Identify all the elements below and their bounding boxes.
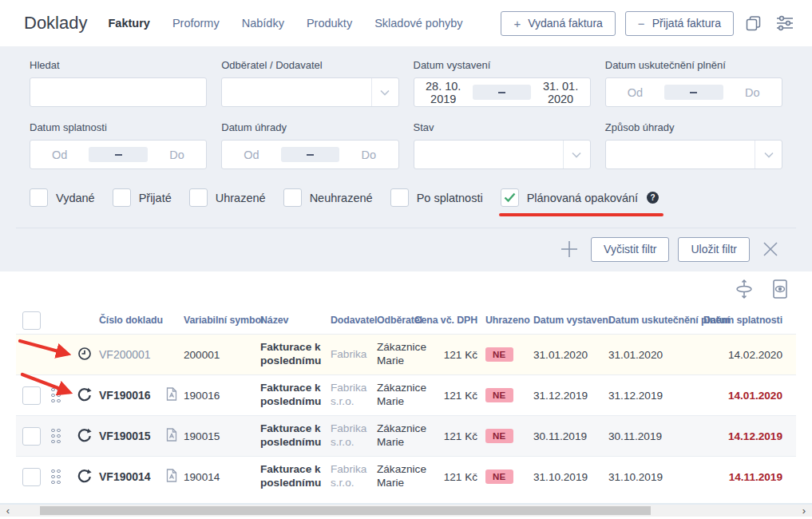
status-label: Stav <box>414 121 591 134</box>
row-menu-icon[interactable] <box>51 388 61 403</box>
issue-date-from[interactable]: 28. 10. 2019 <box>414 80 473 105</box>
horizontal-scrollbar[interactable]: ‹ › <box>0 503 812 517</box>
invoice-number[interactable]: VF190015 <box>99 430 166 442</box>
select-all-checkbox[interactable] <box>22 311 41 330</box>
invoice-name: Fakturace k poslednímu <box>260 341 331 368</box>
contact-select[interactable] <box>221 77 398 107</box>
table-toolbar <box>16 271 796 307</box>
range-dash-icon <box>664 85 723 100</box>
tab-produkty[interactable]: Produkty <box>307 17 352 30</box>
checkbox-box-checked[interactable] <box>501 188 519 207</box>
new-received-invoice-button[interactable]: − Přijatá faktura <box>625 11 734 36</box>
search-label: Hledat <box>30 59 207 72</box>
column-header-name[interactable]: Název <box>260 315 331 326</box>
tab-faktury[interactable]: Faktury <box>108 17 149 30</box>
pdf-icon[interactable] <box>166 469 177 482</box>
fulfilment-date-to[interactable]: Do <box>723 86 782 99</box>
invoice-number[interactable]: VF190014 <box>99 470 166 483</box>
checkbox-box[interactable] <box>189 188 208 207</box>
checkbox-vydane[interactable]: Vydané <box>30 188 95 207</box>
column-header-due-date[interactable]: Datum splatnosti <box>703 315 789 326</box>
due-date: 14.02.2020 <box>728 349 789 361</box>
checkbox-box[interactable] <box>390 188 409 207</box>
recurring-icon <box>77 469 92 483</box>
row-height-button[interactable] <box>732 276 756 302</box>
paid-status-badge: NE <box>485 347 513 362</box>
row-menu-icon[interactable] <box>51 469 61 485</box>
column-header-paid[interactable]: Uhrazeno <box>485 315 533 326</box>
column-header-fulfilment-date[interactable]: Datum uskutečnění plnění <box>608 315 712 326</box>
row-checkbox[interactable] <box>22 386 41 405</box>
due-date: 14.01.2020 <box>728 390 789 402</box>
table-row[interactable]: VF190016 190016 Fakturace k poslednímu F… <box>16 374 796 415</box>
fulfilment-date-from[interactable]: Od <box>606 86 664 99</box>
sliders-icon <box>775 14 794 32</box>
checkbox-box[interactable] <box>283 188 302 207</box>
pdf-icon[interactable] <box>166 428 177 442</box>
scroll-right-icon[interactable]: › <box>798 505 810 517</box>
tab-nabidky[interactable]: Nabídky <box>242 17 284 30</box>
row-checkbox[interactable] <box>22 468 41 486</box>
fulfilment-date-range[interactable]: Od Do <box>605 77 782 107</box>
due-date-range[interactable]: Od Do <box>30 140 207 169</box>
range-dash-icon <box>89 147 147 162</box>
payment-date-to[interactable]: Do <box>339 149 398 161</box>
issue-date: 31.01.2020 <box>533 349 608 361</box>
help-icon[interactable]: ? <box>647 192 659 204</box>
due-date-from[interactable]: Od <box>30 149 89 161</box>
invoice-number[interactable]: VF190016 <box>99 389 166 402</box>
clear-filter-button[interactable]: Vyčistit filtr <box>591 237 669 262</box>
checkbox-neuhrazene[interactable]: Neuhrazené <box>283 188 373 207</box>
table-row[interactable]: VF190014 190014 Fakturace k poslednímu F… <box>16 456 796 497</box>
payment-method-select[interactable] <box>605 140 782 169</box>
plus-icon: + <box>513 17 521 30</box>
payment-date-from[interactable]: Od <box>222 149 280 161</box>
checkbox-prijate[interactable]: Přijaté <box>113 188 172 207</box>
customer: Zákaznice Marie <box>377 422 431 450</box>
invoice-name: Fakturace k poslednímu <box>260 382 331 409</box>
range-dash-icon <box>473 85 531 100</box>
column-header-number[interactable]: Číslo dokladu <box>99 315 166 326</box>
column-header-issue-date[interactable]: Datum vystavení <box>533 315 608 326</box>
new-issued-invoice-button[interactable]: + Vydaná faktura <box>501 11 615 36</box>
paid-status-badge: NE <box>485 388 513 402</box>
chevron-down-icon <box>371 78 398 106</box>
scheduled-clock-icon <box>77 347 92 361</box>
close-filter-button[interactable] <box>759 237 782 261</box>
row-menu-icon[interactable] <box>51 429 61 444</box>
variable-symbol: 190015 <box>184 430 260 442</box>
scrollbar-thumb[interactable] <box>40 506 651 515</box>
row-checkbox[interactable] <box>22 427 41 446</box>
column-visibility-button[interactable] <box>769 276 791 302</box>
column-header-price[interactable]: Cena vč. DPH <box>414 315 485 326</box>
payment-date-label: Datum úhrady <box>221 121 398 134</box>
tab-proformy[interactable]: Proformy <box>172 17 220 30</box>
checkbox-uhrazene[interactable]: Uhrazené <box>189 188 266 207</box>
add-filter-condition-button[interactable] <box>557 236 582 262</box>
checkbox-planovana-opakovani[interactable]: Plánovaná opakování ? <box>501 188 659 207</box>
issue-date-range[interactable]: 28. 10. 2019 31. 01. 2020 <box>414 77 591 107</box>
column-header-variable-symbol[interactable]: Variabilní symbol <box>184 315 260 326</box>
invoice-number[interactable]: VF200001 <box>99 348 166 361</box>
status-select[interactable] <box>414 140 591 169</box>
checkbox-po-splatnosti[interactable]: Po splatnosti <box>390 188 483 207</box>
tab-skladove-pohyby[interactable]: Skladové pohyby <box>374 17 462 30</box>
view-settings-button[interactable] <box>774 13 796 34</box>
price: 121 Kč <box>444 349 485 361</box>
table-row[interactable]: VF190015 190015 Fakturace k poslednímu F… <box>16 415 796 456</box>
payment-date-range[interactable]: Od Do <box>221 140 398 169</box>
column-header-supplier[interactable]: Dodavatel <box>331 315 377 326</box>
copy-icon <box>745 14 762 32</box>
copy-documents-button[interactable] <box>743 13 764 34</box>
save-filter-button[interactable]: Uložit filtr <box>678 237 750 262</box>
search-input[interactable] <box>30 77 207 107</box>
pdf-icon[interactable] <box>166 387 177 401</box>
checkbox-box[interactable] <box>113 188 131 207</box>
due-date: 14.12.2019 <box>728 430 789 442</box>
issue-date: 30.11.2019 <box>533 430 608 442</box>
due-date-to[interactable]: Do <box>148 149 206 161</box>
issue-date-to[interactable]: 31. 01. 2020 <box>531 80 589 105</box>
scroll-left-icon[interactable]: ‹ <box>2 505 14 517</box>
table-row[interactable]: VF200001 200001 Fakturace k poslednímu F… <box>16 334 796 374</box>
checkbox-box[interactable] <box>30 188 48 207</box>
